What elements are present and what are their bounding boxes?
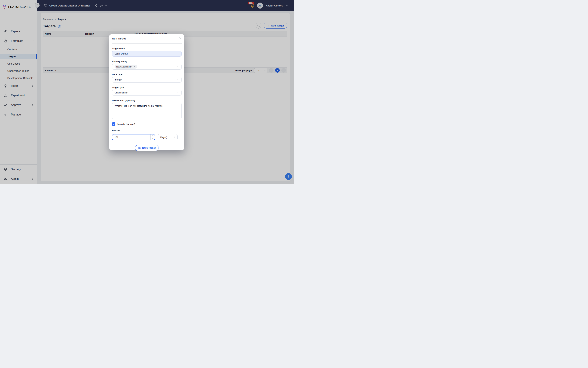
save-target-button[interactable]: Save Target	[135, 145, 159, 151]
modal-divider	[112, 43, 182, 44]
horizon-unit-select[interactable]: Day(s)	[158, 134, 178, 140]
modal-footer: Save Target	[112, 145, 182, 151]
include-horizon-label: Include Horizon?	[117, 123, 135, 125]
check-icon	[113, 123, 115, 125]
horizon-label: Horizon	[112, 129, 182, 132]
data-type-label: Data Type	[112, 73, 182, 76]
target-name-label: Target Name	[112, 47, 182, 50]
horizon-unit-value: Day(s)	[160, 136, 167, 138]
select-spinner-icon	[173, 136, 176, 138]
stepper-down-button[interactable]	[151, 137, 155, 140]
modal-header: Add Target	[109, 34, 184, 40]
data-type-clear-icon[interactable]	[177, 78, 179, 81]
include-horizon-checkbox[interactable]	[112, 122, 116, 126]
chip-remove-icon[interactable]	[133, 66, 135, 68]
primary-entity-label: Primary Entity	[112, 60, 182, 63]
horizon-value: 182	[112, 134, 118, 140]
target-type-select[interactable]: Classification	[112, 90, 182, 95]
save-icon	[138, 147, 141, 149]
target-name-input[interactable]	[112, 51, 182, 56]
primary-entity-clear-icon[interactable]	[177, 65, 179, 68]
app-screen: FEATUREBYTE Explore Formulate Contexts T…	[0, 0, 294, 184]
add-target-modal: Add Target Target Name Primary Entity Ne…	[109, 34, 184, 150]
stepper-up-button[interactable]	[151, 134, 155, 137]
save-target-label: Save Target	[142, 147, 156, 149]
modal-title: Add Target	[112, 37, 182, 40]
chip-label: New Application	[116, 65, 132, 68]
horizon-row: 182 Day(s)	[112, 134, 182, 140]
description-textarea[interactable]: Whether the loan will default the next 6…	[112, 103, 182, 119]
data-type-field[interactable]: Integer	[112, 77, 182, 83]
modal-close-icon[interactable]	[179, 37, 182, 39]
horizon-input[interactable]: 182	[112, 134, 155, 140]
modal-body: Target Name Primary Entity New Applicati…	[109, 47, 184, 151]
primary-entity-field[interactable]: New Application	[112, 64, 182, 70]
include-horizon-row: Include Horizon?	[112, 122, 182, 126]
horizon-stepper	[151, 134, 155, 140]
select-spinner-icon	[177, 92, 179, 94]
text-cursor	[119, 136, 119, 138]
primary-entity-chip[interactable]: New Application	[115, 64, 137, 69]
description-label: Description (optional)	[112, 99, 182, 102]
target-type-label: Target Type	[112, 86, 182, 89]
data-type-value: Integer	[115, 78, 122, 81]
target-type-value: Classification	[115, 92, 128, 94]
